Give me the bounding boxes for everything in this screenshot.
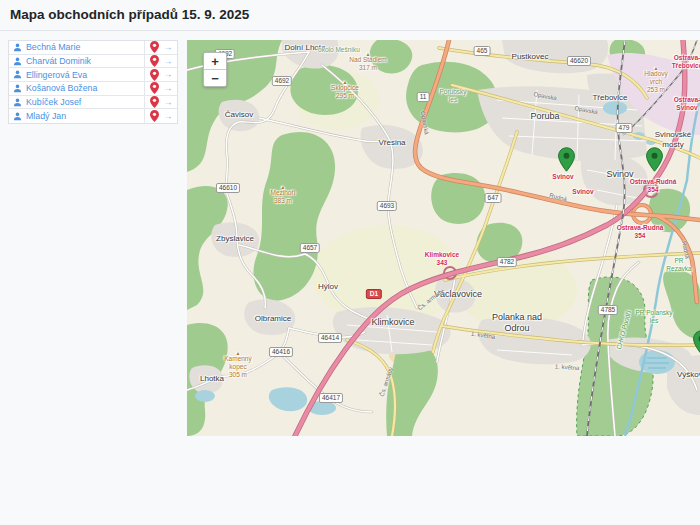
motorway-badge: D1 — [366, 289, 382, 299]
town-label: Výškovice — [677, 370, 700, 380]
exit-label: Svinov — [552, 173, 573, 181]
street-label: 1. května — [555, 363, 580, 372]
road-number-badge: 46620 — [567, 56, 591, 66]
road-number-badge: 4692 — [272, 76, 292, 86]
person-icon — [13, 43, 23, 52]
street-label: Rudná — [679, 241, 690, 260]
person-icon — [13, 112, 23, 121]
exit-label: Klimkovice 343 — [425, 251, 459, 267]
road-number-badge: 465 — [474, 46, 491, 56]
map-zoom-control: + − — [203, 52, 227, 87]
town-label: Vřesina — [378, 138, 405, 148]
peak-label: Sklopčice 295 m — [331, 80, 359, 100]
road-number-badge: 4782 — [497, 257, 517, 267]
exit-label: Ostrava-Třebovice — [672, 54, 700, 70]
contact-name-link[interactable]: Kubíček Josef — [26, 97, 144, 107]
contact-name-link[interactable]: Charvát Dominik — [26, 56, 144, 66]
town-label: Zbyslavice — [216, 234, 254, 244]
peak-label: Mezihoří 383 m — [271, 185, 296, 205]
contact-row: Ellingerová Eva→ — [9, 68, 177, 82]
map-labels-layer: Dolní LhotaPustkovecTřebovicePorubaSvino… — [187, 40, 700, 436]
road-number-badge: 479 — [616, 123, 633, 133]
contact-row: Charvát Dominik→ — [9, 55, 177, 69]
contact-actions: → — [144, 96, 177, 109]
town-label: Klimkovice — [371, 317, 414, 328]
peak-label: Nad Stádlem 317 m — [349, 52, 387, 72]
town-label: Svinov — [606, 169, 633, 180]
road-number-badge: 4785 — [598, 305, 618, 315]
show-on-map-pin-icon[interactable] — [150, 55, 159, 67]
person-icon — [13, 98, 23, 107]
goto-arrow-icon[interactable]: → — [164, 70, 173, 79]
show-on-map-pin-icon[interactable] — [150, 82, 159, 94]
street-label: Opavská — [533, 91, 558, 103]
area-label: PR Rezavka — [666, 257, 691, 273]
area-label: CHKO Poodří — [615, 310, 633, 350]
street-label: Opavská — [574, 105, 599, 117]
exit-label: Ostrava-Rudná 354 — [617, 224, 664, 240]
area-label: PR Polanský les — [635, 309, 672, 325]
person-icon — [13, 84, 23, 93]
town-label: Dolní Lhota — [285, 43, 326, 53]
contact-row: Košanová Božena→ — [9, 82, 177, 96]
exit-label: Ostrava-Svinov — [674, 96, 700, 112]
road-number-badge: 4693 — [377, 201, 397, 211]
goto-arrow-icon[interactable]: → — [164, 84, 173, 93]
contact-name-link[interactable]: Košanová Božena — [26, 83, 144, 93]
area-label: Porubský les — [439, 88, 466, 104]
town-label: Čavisov — [225, 110, 253, 120]
contact-name-link[interactable]: Ellingerová Eva — [26, 70, 144, 80]
peak-label: Kamenný kopec 305 m — [224, 351, 251, 379]
contact-name-link[interactable]: Mladý Jan — [26, 111, 144, 121]
town-label: Olbramice — [255, 314, 291, 324]
contact-actions: → — [144, 68, 177, 81]
exit-label: Svinov — [572, 188, 593, 196]
divider — [0, 30, 700, 31]
town-label: Třebovice — [592, 93, 627, 103]
show-on-map-pin-icon[interactable] — [150, 41, 159, 53]
town-label: Hýlov — [318, 282, 338, 292]
road-number-badge: 4657 — [300, 243, 320, 253]
road-number-badge: 647 — [485, 193, 502, 203]
goto-arrow-icon[interactable]: → — [164, 98, 173, 107]
show-on-map-pin-icon[interactable] — [150, 69, 159, 81]
town-label: Václavovice — [434, 289, 482, 300]
contact-row: Bechná Marie→ — [9, 41, 177, 55]
show-on-map-pin-icon[interactable] — [150, 96, 159, 108]
person-icon — [13, 57, 23, 66]
person-icon — [13, 70, 23, 79]
contact-actions: → — [144, 41, 177, 54]
show-on-map-pin-icon[interactable] — [150, 110, 159, 122]
street-label: 1. května — [470, 331, 495, 342]
road-number-badge: 46416 — [269, 347, 293, 357]
contact-row: Mladý Jan→ — [9, 109, 177, 123]
road-number-badge: 11 — [417, 92, 430, 102]
page-title: Mapa obchodních případů 15. 9. 2025 — [10, 7, 249, 22]
goto-arrow-icon[interactable]: → — [164, 57, 173, 66]
town-label: Poruba — [530, 111, 559, 122]
peak-label: Hladový vrch 253 m — [644, 66, 667, 94]
zoom-in-button[interactable]: + — [204, 53, 226, 70]
town-label: Polanka nad Odrou — [492, 312, 542, 335]
contact-actions: → — [144, 109, 177, 123]
contact-name-link[interactable]: Bechná Marie — [26, 42, 144, 52]
contact-actions: → — [144, 82, 177, 95]
contact-actions: → — [144, 55, 177, 68]
goto-arrow-icon[interactable]: → — [164, 43, 173, 52]
street-label: Rudná — [549, 192, 568, 204]
area-label: okolo Mešníku — [318, 46, 360, 54]
town-label: Pustkovec — [512, 52, 549, 62]
street-label: Čs. armády — [417, 288, 446, 313]
contact-row: Kubíček Josef→ — [9, 96, 177, 110]
town-label: Lhotka — [200, 374, 224, 384]
map-canvas[interactable]: Dolní LhotaPustkovecTřebovicePorubaSvino… — [187, 40, 700, 436]
street-label: Opavská — [418, 111, 429, 136]
road-number-badge: 46610 — [216, 183, 240, 193]
street-label: Čs. armády — [379, 366, 396, 398]
road-number-badge: 46417 — [319, 393, 343, 403]
road-number-badge: 46414 — [318, 333, 342, 343]
contacts-list: Bechná Marie→Charvát Dominik→Ellingerová… — [8, 40, 178, 124]
zoom-out-button[interactable]: − — [204, 70, 226, 86]
goto-arrow-icon[interactable]: → — [164, 112, 173, 121]
exit-label: Ostrava-Rudná 354 — [630, 178, 677, 194]
